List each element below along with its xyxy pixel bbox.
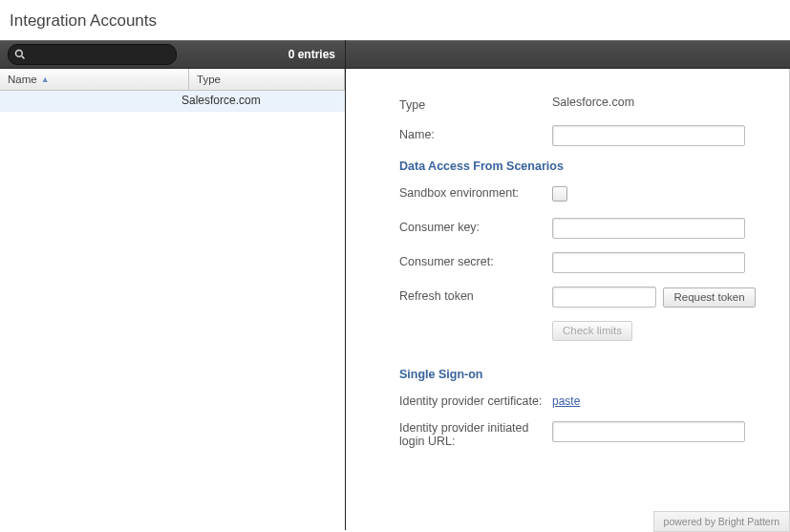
consumer-secret-label: Consumer secret: bbox=[399, 252, 552, 268]
left-toolbar: 0 entries bbox=[0, 40, 345, 69]
name-input[interactable] bbox=[552, 125, 745, 146]
detail-form: Type Salesforce.com Name: Data Access Fr… bbox=[346, 69, 789, 471]
footer-credit: powered by Bright Pattern bbox=[653, 511, 790, 532]
sort-asc-icon: ▲ bbox=[41, 74, 50, 84]
type-value: Salesforce.com bbox=[552, 96, 766, 109]
column-headers: Name ▲ Type bbox=[0, 69, 345, 91]
svg-line-1 bbox=[22, 56, 25, 59]
row-type: Salesforce.com bbox=[174, 91, 345, 111]
svg-point-0 bbox=[16, 51, 23, 57]
search-icon bbox=[14, 49, 26, 60]
page-title: Integration Accounts bbox=[0, 0, 790, 40]
check-limits-button[interactable]: Check limits bbox=[552, 321, 632, 341]
refresh-token-label: Refresh token bbox=[399, 287, 552, 303]
column-type-label: Type bbox=[197, 74, 221, 85]
left-pane: 0 entries Name ▲ Type Salesforce.com bbox=[0, 40, 346, 530]
idp-login-url-input[interactable] bbox=[552, 421, 745, 442]
consumer-key-label: Consumer key: bbox=[399, 218, 552, 234]
paste-link[interactable]: paste bbox=[552, 394, 580, 408]
column-name-label: Name bbox=[8, 74, 37, 85]
column-type[interactable]: Type bbox=[189, 69, 345, 90]
search-input[interactable] bbox=[26, 48, 179, 61]
request-token-button[interactable]: Request token bbox=[663, 287, 755, 308]
sandbox-checkbox[interactable] bbox=[552, 186, 567, 202]
idp-cert-label: Identity provider certificate: bbox=[399, 394, 552, 408]
entry-count: 0 entries bbox=[177, 48, 345, 61]
consumer-key-input[interactable] bbox=[552, 218, 745, 239]
table-row[interactable]: Salesforce.com bbox=[0, 91, 345, 112]
right-toolbar bbox=[346, 40, 790, 69]
search-field[interactable] bbox=[8, 44, 177, 65]
column-name[interactable]: Name ▲ bbox=[0, 69, 189, 90]
sandbox-label: Sandbox environment: bbox=[399, 186, 552, 200]
refresh-token-input[interactable] bbox=[552, 287, 656, 308]
section-data-access: Data Access From Scenarios bbox=[399, 160, 766, 173]
name-label: Name: bbox=[399, 125, 552, 141]
idp-login-url-label: Identity provider initiated login URL: bbox=[399, 421, 552, 448]
row-name bbox=[0, 91, 174, 111]
account-list: Salesforce.com bbox=[0, 91, 345, 530]
section-sso: Single Sign-on bbox=[399, 368, 766, 381]
consumer-secret-input[interactable] bbox=[552, 252, 745, 273]
right-pane: Type Salesforce.com Name: Data Access Fr… bbox=[346, 40, 790, 530]
type-label: Type bbox=[399, 96, 552, 112]
